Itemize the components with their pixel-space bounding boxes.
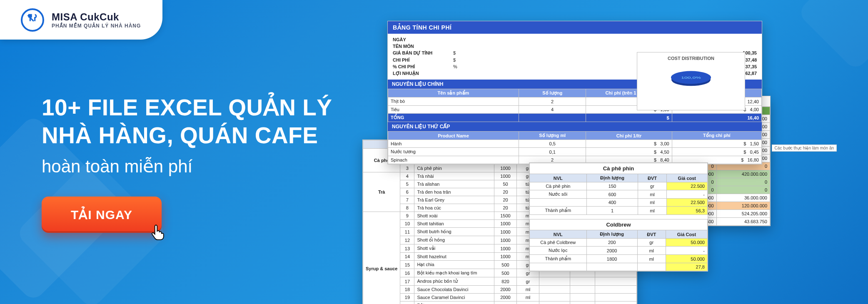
label-giaban: GIÁ BÁN DỰ TÍNH [393, 50, 453, 56]
table-row: Thành phẩm1ml56,3 [530, 207, 708, 215]
label-pct: % CHI PHÍ [393, 64, 453, 69]
table-row: Nước lọc2000ml- [530, 247, 708, 255]
label-loinhuan: LỢI NHUẬN [393, 71, 453, 76]
total-value: 16,40 [672, 114, 761, 122]
table-row: Hành0,5$ 3,00$ 1,50 [388, 140, 762, 148]
recipe-coldbrew-table: Coldbrew NVL Định lượng ĐVT Giá Cost Cà … [529, 219, 708, 271]
brand-sub: PHẦN MỀM QUẢN LÝ NHÀ HÀNG [52, 23, 141, 29]
table-row: 27,8 [530, 263, 708, 271]
hero-subline: hoàn toàn miễn phí [42, 156, 332, 177]
cost-title: BẢNG TÍNH CHI PHÍ [388, 21, 762, 34]
sub-ingredients-table: Product Name Số lượng ml Chi phí 1/ltr T… [388, 131, 762, 164]
table-row: 19Sauce Caramel Davinci2000ml [363, 294, 637, 302]
table-row: Cà phê phin150gr22.500 [530, 182, 708, 190]
logo-text: MISA CukCuk PHẦN MỀM QUẢN LÝ NHÀ HÀNG [52, 11, 141, 29]
total-label: TỔNG [388, 114, 519, 122]
card-title-coldbrew: Coldbrew [530, 219, 708, 230]
cost-hint-text: Các bước thực hiện làm món ăn [772, 145, 837, 152]
table-row: Thành phẩm1800ml50.000 [530, 255, 708, 263]
recipe-phin-table: Cà phê phin NVL Định lượng ĐVT Giá cost … [529, 163, 708, 215]
brand-name: MISA CukCuk [52, 11, 141, 23]
cukcuk-logo-icon [21, 8, 44, 32]
chart-title: COST DISTRIBUTION [641, 56, 741, 61]
hero-copy: 10+ FILE EXCEL QUẢN LÝ NHÀ HÀNG, QUÁN CA… [42, 94, 332, 233]
label-tenmon: TÊN MÓN [393, 44, 453, 49]
table-row: 20Bột cacao500gr [363, 302, 637, 304]
table-row: Nước sôi600ml- [530, 190, 708, 199]
table-row: 17Andros phúc bồn tử820gr [363, 277, 637, 286]
card-title-phin: Cà phê phin [530, 163, 708, 174]
spreadsheet-stack: A ⬚ ≡ ⊞ ▾ Năm 4Năm 5 66.550.00073.205.00… [362, 21, 862, 304]
logo-tab: MISA CukCuk PHẦN MỀM QUẢN LÝ NHÀ HÀNG [0, 0, 162, 40]
download-button[interactable]: TẢI NGAY [42, 197, 162, 233]
cursor-hand-icon [149, 223, 167, 241]
label-chiphi: CHI PHÍ [393, 57, 453, 62]
sheet-cost-table: BẢNG TÍNH CHI PHÍ NGÀY TÊN MÓN GIÁ BÁN D… [387, 21, 762, 164]
sheet-recipe-cost: Cà phê phin NVL Định lượng ĐVT Giá cost … [529, 162, 708, 272]
label-ngay: NGÀY [393, 37, 453, 42]
table-row: 18Sauce Chocolata Davinci2000ml [363, 286, 637, 294]
pie-chart-icon: 100,0% [671, 71, 711, 84]
hero-heading: 10+ FILE EXCEL QUẢN LÝ NHÀ HÀNG, QUÁN CA… [42, 94, 332, 150]
table-row: Nước tương0,1$ 4,50$ 0,45 [388, 148, 762, 156]
cost-distribution-chart: COST DISTRIBUTION 100,0% [637, 52, 745, 110]
download-button-label: TẢI NGAY [71, 207, 132, 222]
table-row: Cà phê Coldbrew200gr50.000 [530, 239, 708, 247]
table-row: 400ml22.500 [530, 199, 708, 207]
section-sub-ingredients: NGUYÊN LIỆU THỨ CẤP [388, 122, 762, 131]
